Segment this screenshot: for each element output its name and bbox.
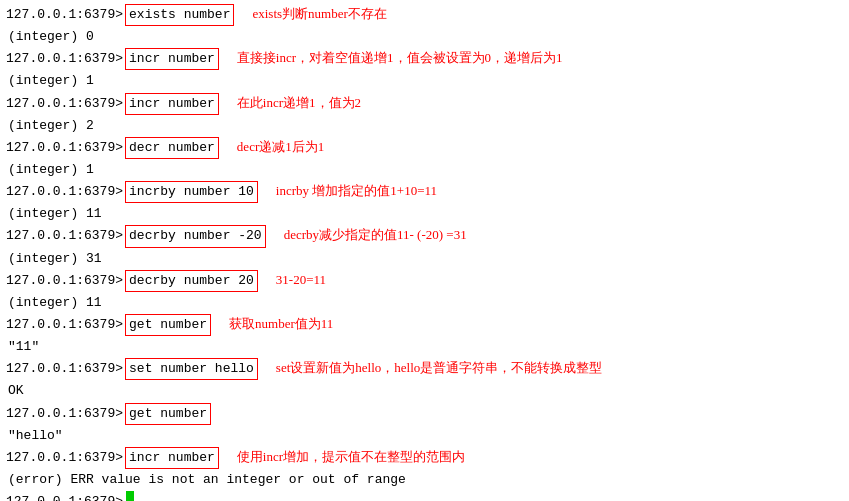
terminal-line-line7: 127.0.0.1:6379>decrby number 2031-20=11: [6, 270, 843, 292]
comment-text: decr递减1后为1: [237, 137, 324, 157]
output-text: (error) ERR value is not an integer or o…: [8, 470, 406, 490]
output-text: (integer) 1: [8, 160, 94, 180]
comment-text: incrby 增加指定的值1+10=11: [276, 181, 437, 201]
terminal-line-line1-out: (integer) 0: [6, 27, 843, 47]
terminal-line-line7-out: (integer) 11: [6, 293, 843, 313]
terminal-line-line3-out: (integer) 2: [6, 116, 843, 136]
command-box: exists number: [125, 4, 234, 26]
output-text: (integer) 31: [8, 249, 102, 269]
output-text: (integer) 11: [8, 293, 102, 313]
terminal-line-line1: 127.0.0.1:6379>exists numberexists判断numb…: [6, 4, 843, 26]
terminal-line-line4-out: (integer) 1: [6, 160, 843, 180]
terminal-line-line9: 127.0.0.1:6379>set number helloset设置新值为h…: [6, 358, 843, 380]
output-text: (integer) 0: [8, 27, 94, 47]
command-box: get number: [125, 314, 211, 336]
command-box: incr number: [125, 93, 219, 115]
command-box: set number hello: [125, 358, 258, 380]
comment-text: 使用incr增加，提示值不在整型的范围内: [237, 447, 465, 467]
terminal-line-line2: 127.0.0.1:6379>incr number直接接incr，对着空值递增…: [6, 48, 843, 70]
output-text: (integer) 1: [8, 71, 94, 91]
command-box: incr number: [125, 48, 219, 70]
output-text: "11": [8, 337, 39, 357]
prompt: 127.0.0.1:6379>: [6, 492, 123, 501]
prompt: 127.0.0.1:6379>: [6, 94, 123, 114]
terminal-line-line5-out: (integer) 11: [6, 204, 843, 224]
terminal-line-line8-out: "11": [6, 337, 843, 357]
terminal-line-line11-out: (error) ERR value is not an integer or o…: [6, 470, 843, 490]
terminal-line-line9-out: OK: [6, 381, 843, 401]
output-text: (integer) 11: [8, 204, 102, 224]
comment-text: set设置新值为hello，hello是普通字符串，不能转换成整型: [276, 358, 602, 378]
prompt: 127.0.0.1:6379>: [6, 448, 123, 468]
cursor: [126, 491, 134, 501]
terminal-line-line6: 127.0.0.1:6379>decrby number -20decrby减少…: [6, 225, 843, 247]
output-text: "hello": [8, 426, 63, 446]
prompt: 127.0.0.1:6379>: [6, 182, 123, 202]
comment-text: 直接接incr，对着空值递增1，值会被设置为0，递增后为1: [237, 48, 563, 68]
output-text: OK: [8, 381, 24, 401]
prompt: 127.0.0.1:6379>: [6, 138, 123, 158]
prompt: 127.0.0.1:6379>: [6, 315, 123, 335]
terminal-line-line5: 127.0.0.1:6379>incrby number 10incrby 增加…: [6, 181, 843, 203]
prompt: 127.0.0.1:6379>: [6, 404, 123, 424]
comment-text: 在此incr递增1，值为2: [237, 93, 361, 113]
comment-text: 31-20=11: [276, 270, 326, 290]
prompt: 127.0.0.1:6379>: [6, 5, 123, 25]
prompt: 127.0.0.1:6379>: [6, 359, 123, 379]
command-box: decrby number -20: [125, 225, 266, 247]
comment-text: decrby减少指定的值11- (-20) =31: [284, 225, 467, 245]
terminal-line-line10: 127.0.0.1:6379>get number: [6, 403, 843, 425]
terminal-line-line2-out: (integer) 1: [6, 71, 843, 91]
command-box: decr number: [125, 137, 219, 159]
command-box: decrby number 20: [125, 270, 258, 292]
prompt: 127.0.0.1:6379>: [6, 226, 123, 246]
prompt: 127.0.0.1:6379>: [6, 271, 123, 291]
comment-text: exists判断number不存在: [252, 4, 386, 24]
terminal-line-line10-out: "hello": [6, 426, 843, 446]
terminal-line-line8: 127.0.0.1:6379>get number获取number值为11: [6, 314, 843, 336]
terminal-line-line4: 127.0.0.1:6379>decr numberdecr递减1后为1: [6, 137, 843, 159]
output-text: (integer) 2: [8, 116, 94, 136]
terminal: 127.0.0.1:6379>exists numberexists判断numb…: [6, 4, 843, 501]
command-box: get number: [125, 403, 211, 425]
terminal-line-line12: 127.0.0.1:6379>: [6, 491, 843, 501]
command-box: incrby number 10: [125, 181, 258, 203]
terminal-line-line3: 127.0.0.1:6379>incr number在此incr递增1，值为2: [6, 93, 843, 115]
terminal-line-line6-out: (integer) 31: [6, 249, 843, 269]
comment-text: 获取number值为11: [229, 314, 333, 334]
prompt: 127.0.0.1:6379>: [6, 49, 123, 69]
terminal-line-line11: 127.0.0.1:6379>incr number使用incr增加，提示值不在…: [6, 447, 843, 469]
command-box: incr number: [125, 447, 219, 469]
